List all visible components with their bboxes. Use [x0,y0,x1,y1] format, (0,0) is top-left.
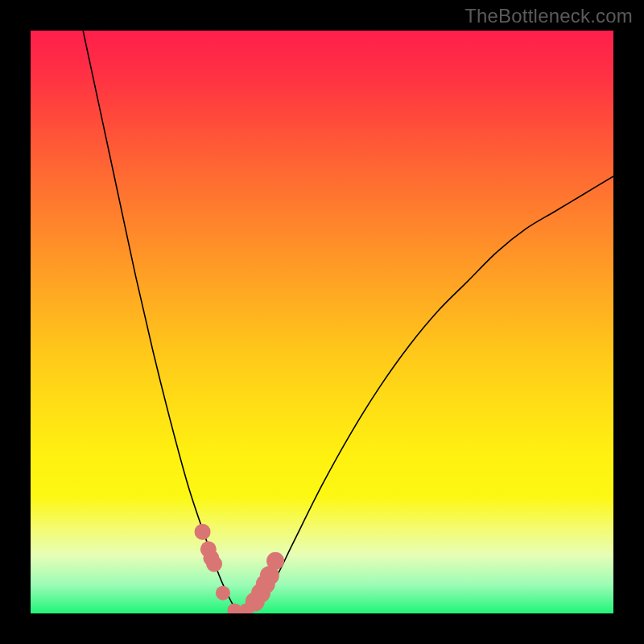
highlight-dot [195,524,211,540]
main-curve-path [83,31,613,613]
highlight-dot [206,555,222,572]
highlight-dot [216,586,230,601]
watermark-text: TheBottleneck.com [464,5,633,27]
bottleneck-curve [31,31,613,613]
highlight-dot [266,552,284,570]
plot-area [31,31,613,613]
chart-frame: TheBottleneck.com [0,0,644,644]
highlight-dots [195,524,284,613]
